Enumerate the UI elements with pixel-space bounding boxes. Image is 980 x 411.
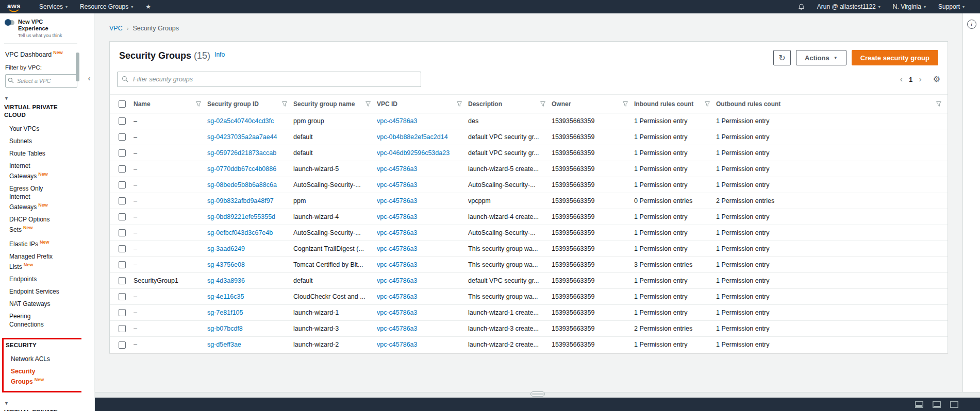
security-group-id-link[interactable]: sg-02a5c40740c4cd3fc: [207, 117, 274, 125]
nav-support-menu[interactable]: Support ▾: [932, 0, 971, 13]
sidebar-item-nat-gateways[interactable]: NAT Gateways: [4, 298, 65, 310]
security-group-id-link[interactable]: sg-3aad6249: [207, 245, 245, 252]
pane-layout-split-button[interactable]: [933, 401, 941, 408]
sidebar-item-internet-gateways[interactable]: Internet GatewaysNew: [4, 160, 65, 182]
table-settings-button[interactable]: ⚙: [933, 75, 940, 83]
security-group-id-link[interactable]: sg-0efbcf043d3c67e4b: [207, 229, 273, 236]
row-checkbox[interactable]: [119, 325, 126, 332]
sidebar-item-dhcp-options-sets[interactable]: DHCP Options SetsNew: [4, 213, 65, 236]
section-collapse-icon[interactable]: ▼: [4, 401, 81, 406]
breadcrumb-vpc-link[interactable]: VPC: [109, 25, 123, 32]
column-filter-icon[interactable]: [540, 101, 545, 107]
vpc-id-link[interactable]: vpc-c45786a3: [377, 165, 418, 173]
vpc-id-link[interactable]: vpc-c45786a3: [377, 325, 418, 332]
column-filter-icon[interactable]: [936, 101, 941, 107]
section-collapse-icon[interactable]: ▼: [4, 96, 81, 101]
security-group-id-link[interactable]: sg-b07bcdf8: [207, 325, 243, 332]
column-filter-icon[interactable]: [623, 101, 628, 107]
sidebar-item-endpoint-services[interactable]: Endpoint Services: [4, 285, 65, 298]
nav-resource-groups-menu[interactable]: Resource Groups ▾: [74, 0, 139, 13]
row-checkbox[interactable]: [119, 149, 126, 157]
select-all-checkbox[interactable]: [119, 100, 126, 108]
sidebar-item-network-acls[interactable]: Network ACLs: [6, 353, 67, 365]
sidebar-item-elastic-ips[interactable]: Elastic IPsNew: [4, 236, 65, 250]
column-header-name[interactable]: Name: [134, 95, 207, 113]
sidebar-item-security-groups[interactable]: Security GroupsNew: [6, 365, 67, 388]
row-checkbox[interactable]: [119, 181, 126, 189]
vpc-id-link[interactable]: vpc-c45786a3: [377, 181, 418, 189]
notifications-button[interactable]: [792, 0, 811, 13]
row-checkbox[interactable]: [119, 197, 126, 204]
pane-layout-full-button[interactable]: [950, 401, 958, 408]
column-header-outbound-rules-count[interactable]: Outbound rules count: [716, 95, 948, 113]
sidebar-item-egress-only-internet-gateways[interactable]: Egress Only Internet GatewaysNew: [4, 182, 65, 213]
row-checkbox[interactable]: [119, 245, 126, 252]
column-filter-icon[interactable]: [366, 101, 371, 107]
column-header-security-group-id[interactable]: Security group ID: [207, 95, 293, 113]
nav-services-menu[interactable]: Services ▾: [33, 0, 74, 13]
security-group-id-link[interactable]: sg-04237035a2aa7ae44: [207, 133, 277, 141]
nav-account-menu[interactable]: Arun @ aliastest1122 ▾: [811, 0, 887, 13]
vpc-id-link[interactable]: vpc-c45786a3: [377, 261, 418, 268]
security-group-id-link[interactable]: sg-09b832afbd9a48f97: [207, 197, 274, 204]
column-filter-icon[interactable]: [705, 101, 710, 107]
vpc-id-link[interactable]: vpc-c45786a3: [377, 197, 418, 204]
sidebar-item-managed-prefix-lists[interactable]: Managed Prefix ListsNew: [4, 250, 65, 273]
row-checkbox[interactable]: [119, 293, 126, 300]
vpc-id-link[interactable]: vpc-c45786a3: [377, 309, 418, 316]
sidebar-scrollbar[interactable]: [76, 53, 79, 81]
next-page-button[interactable]: ›: [919, 75, 921, 83]
vpc-id-link[interactable]: vpc-c45786a3: [377, 245, 418, 252]
pin-shortcut-button[interactable]: ★: [139, 0, 157, 13]
info-panel-toggle[interactable]: i: [967, 20, 976, 29]
vpc-filter-input[interactable]: [5, 74, 77, 88]
previous-page-button[interactable]: ‹: [900, 75, 903, 83]
column-filter-icon[interactable]: [457, 101, 462, 107]
vpc-id-link[interactable]: vpc-c45786a3: [377, 293, 418, 300]
security-group-id-link[interactable]: sg-7e81f105: [207, 309, 243, 316]
security-group-id-link[interactable]: sg-4e116c35: [207, 293, 244, 300]
column-header-owner[interactable]: Owner: [552, 95, 634, 113]
pane-drag-handle[interactable]: [530, 391, 545, 397]
security-group-id-link[interactable]: sg-d5eff3ae: [207, 341, 241, 348]
filter-security-groups-input[interactable]: [117, 72, 421, 87]
vpc-id-link[interactable]: vpc-c45786a3: [377, 229, 418, 236]
vpc-id-link[interactable]: vpc-0b4b88e2ef5ac2d14: [377, 133, 448, 141]
vpc-id-link[interactable]: vpc-c45786a3: [377, 341, 418, 348]
row-checkbox[interactable]: [119, 213, 126, 220]
row-checkbox[interactable]: [119, 261, 126, 268]
security-group-id-link[interactable]: sg-08bede5b8b6a88c6a: [207, 181, 277, 189]
security-group-id-link[interactable]: sg-0bd89221efe55355d: [207, 213, 275, 220]
sidebar-item-peering-connections[interactable]: Peering Connections: [4, 310, 65, 331]
row-checkbox[interactable]: [119, 133, 126, 141]
column-header-security-group-name[interactable]: Security group name: [293, 95, 377, 113]
column-header-vpc-id[interactable]: VPC ID: [377, 95, 468, 113]
security-group-id-link[interactable]: sg-4d3a8936: [207, 277, 245, 284]
sidebar-item-vpc-dashboard[interactable]: VPC DashboardNew: [4, 47, 81, 63]
aws-logo[interactable]: aws: [7, 1, 21, 13]
row-checkbox[interactable]: [119, 117, 126, 125]
row-checkbox[interactable]: [119, 277, 126, 284]
vpc-id-link[interactable]: vpc-c45786a3: [377, 277, 418, 284]
column-filter-icon[interactable]: [196, 101, 201, 107]
refresh-button[interactable]: ↻: [773, 50, 791, 65]
row-checkbox[interactable]: [119, 229, 126, 236]
create-security-group-button[interactable]: Create security group: [852, 50, 938, 65]
actions-button[interactable]: Actions ▼: [796, 50, 846, 65]
security-group-id-link[interactable]: sg-059726d21873accab: [207, 149, 276, 157]
sidebar-collapse-button[interactable]: ‹: [85, 71, 93, 84]
row-checkbox[interactable]: [119, 341, 126, 349]
column-filter-icon[interactable]: [282, 101, 287, 107]
row-checkbox[interactable]: [119, 309, 126, 316]
security-group-id-link[interactable]: sg-43756e08: [207, 261, 245, 268]
row-checkbox[interactable]: [119, 165, 126, 173]
vpc-id-link[interactable]: vpc-c45786a3: [377, 117, 418, 125]
info-link[interactable]: Info: [214, 51, 225, 58]
sidebar-item-route-tables[interactable]: Route Tables: [4, 147, 65, 160]
vpc-id-link[interactable]: vpc-046db92596c53da23: [377, 149, 450, 157]
nav-region-menu[interactable]: N. Virginia ▾: [887, 0, 932, 13]
vpc-id-link[interactable]: vpc-c45786a3: [377, 213, 418, 220]
sidebar-item-your-vpcs[interactable]: Your VPCs: [4, 123, 65, 135]
pane-layout-bottom-button[interactable]: [915, 401, 923, 408]
new-experience-toggle[interactable]: [5, 20, 14, 25]
